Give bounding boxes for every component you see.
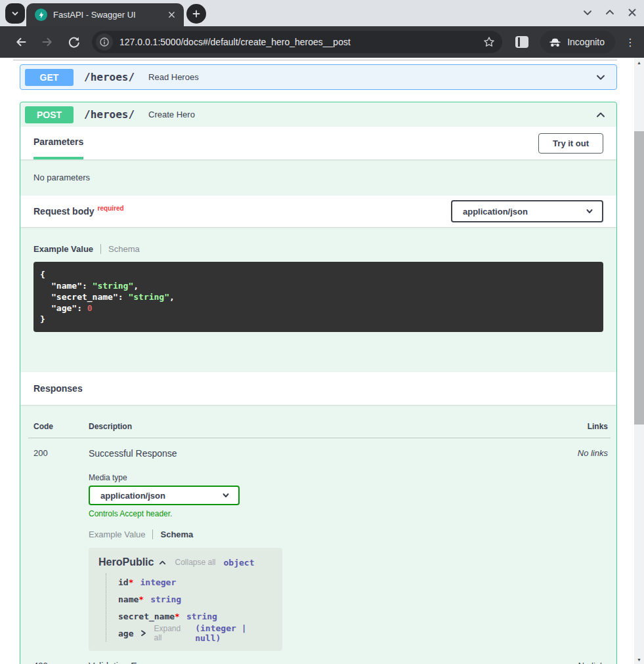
- example-json-block[interactable]: { "name": "string", "secret_name": "stri…: [33, 262, 603, 332]
- get-summary-text: Read Heroes: [148, 72, 594, 82]
- expand-chevron-right-icon[interactable]: [140, 629, 147, 637]
- tab-close-icon[interactable]: [165, 9, 177, 21]
- get-path: /heroes/: [84, 71, 135, 83]
- incognito-icon: [548, 35, 562, 49]
- responses-table-header: Code Description Links: [28, 422, 611, 438]
- expand-chevron-down-icon[interactable]: [594, 71, 607, 84]
- tab-separator: [100, 244, 101, 254]
- collapse-all-link[interactable]: Collapse all: [175, 558, 215, 567]
- tab-schema[interactable]: Schema: [108, 244, 140, 254]
- no-parameters-text: No parameters: [20, 159, 616, 196]
- get-method-badge: GET: [25, 69, 74, 86]
- try-it-out-button[interactable]: Try it out: [538, 133, 603, 154]
- request-body-label: Request body: [33, 206, 95, 217]
- collapse-chevron-up-icon[interactable]: [594, 108, 607, 121]
- col-code: Code: [28, 422, 83, 431]
- response-media-type-value: application/json: [100, 491, 165, 501]
- side-panel-icon[interactable]: [515, 36, 528, 48]
- select-chevron-icon: [221, 491, 230, 500]
- incognito-label: Incognito: [567, 37, 605, 47]
- url-text[interactable]: 127.0.0.1:5000/docs#/default/create_hero…: [119, 37, 483, 47]
- required-star: *: [139, 594, 144, 604]
- chevron-down-icon: [10, 9, 20, 19]
- property-type: string: [186, 612, 217, 621]
- window-controls: [581, 6, 639, 19]
- property-name: name*: [118, 594, 144, 604]
- forward-icon[interactable]: [39, 34, 55, 50]
- page-content: GET /heroes/ Read Heroes POST /heroes/ C…: [0, 58, 634, 664]
- tab-example-value[interactable]: Example Value: [89, 529, 145, 539]
- bookmark-star-icon[interactable]: [483, 35, 496, 49]
- property-row-age: age Expand all (integer | null): [118, 625, 272, 642]
- response-code: 422: [28, 661, 83, 664]
- address-bar[interactable]: 127.0.0.1:5000/docs#/default/create_hero…: [92, 31, 502, 53]
- required-star: *: [129, 577, 134, 587]
- browser-tab[interactable]: FastAPI - Swagger UI: [26, 3, 184, 26]
- tab-separator: [152, 529, 153, 539]
- back-icon[interactable]: [13, 34, 29, 50]
- tab-schema[interactable]: Schema: [160, 529, 193, 539]
- request-body-content: Example Value Schema { "name": "string",…: [20, 227, 616, 372]
- col-links: Links: [550, 422, 611, 431]
- scrollbar-up-icon[interactable]: ▲: [634, 58, 644, 67]
- site-info-icon[interactable]: [96, 33, 113, 51]
- col-description: Description: [83, 422, 550, 431]
- json-line: "age": 0: [40, 302, 597, 314]
- required-star: *: [175, 612, 180, 621]
- incognito-badge: Incognito: [540, 31, 615, 53]
- responses-title: Responses: [33, 383, 83, 394]
- post-path: /heroes/: [84, 108, 135, 121]
- response-description: Validation Error: [83, 661, 550, 664]
- responses-content: Code Description Links 200 Successful Re…: [20, 405, 616, 664]
- browser-toolbar: 127.0.0.1:5000/docs#/default/create_hero…: [0, 26, 644, 58]
- opblock-post-summary[interactable]: POST /heroes/ Create Hero: [20, 102, 616, 127]
- response-row-422: 422 Validation Error No links: [28, 651, 611, 664]
- property-name: secret_name*: [118, 612, 180, 621]
- model-properties: id* integer name* string secret_name* st…: [106, 573, 272, 642]
- request-media-type-select[interactable]: application/json: [451, 200, 603, 222]
- expand-all-link[interactable]: Expand all: [154, 624, 188, 642]
- schema-model-box: HeroPublic Collapse all object: [89, 548, 282, 651]
- parameters-header: Parameters Try it out: [20, 127, 616, 159]
- json-line: }: [40, 314, 597, 325]
- model-toggle[interactable]: HeroPublic: [98, 556, 167, 568]
- window-minimize-icon[interactable]: [581, 6, 594, 19]
- response-media-type-select[interactable]: application/json: [89, 486, 240, 505]
- json-line: "secret_name": "string",: [40, 291, 597, 302]
- tab-parameters[interactable]: Parameters: [33, 127, 83, 159]
- response-description: Successful Response: [89, 448, 550, 459]
- response-links: No links: [550, 661, 611, 664]
- model-collapse-chevron-up-icon: [158, 558, 167, 567]
- menu-kebab-icon[interactable]: ⋮: [624, 36, 636, 49]
- media-type-label: Media type: [89, 473, 550, 482]
- page-scrollbar[interactable]: ▲ ▼: [634, 58, 644, 664]
- property-name: id*: [118, 577, 133, 587]
- response-row-200: 200 Successful Response Media type appli…: [28, 438, 611, 651]
- property-type: (integer | null): [195, 623, 272, 643]
- opblock-get-heroes: GET /heroes/ Read Heroes: [20, 64, 617, 90]
- request-tabs: Example Value Schema: [33, 244, 603, 254]
- opblock-get-summary[interactable]: GET /heroes/ Read Heroes: [20, 65, 616, 89]
- new-tab-button[interactable]: [186, 4, 206, 24]
- accept-header-hint: Controls Accept header.: [89, 509, 550, 518]
- window-close-icon[interactable]: [626, 6, 639, 19]
- property-type: string: [150, 594, 181, 604]
- model-name: HeroPublic: [98, 556, 154, 568]
- json-line: {: [40, 269, 597, 280]
- responses-header: Responses: [20, 372, 616, 405]
- required-flag: required: [98, 205, 124, 212]
- tab-search-button[interactable]: [5, 3, 25, 24]
- response-code: 200: [28, 448, 83, 651]
- property-row: name* string: [118, 591, 272, 608]
- property-row: secret_name* string: [118, 608, 272, 625]
- property-name: age: [118, 629, 133, 638]
- tab-example-value[interactable]: Example Value: [33, 244, 93, 254]
- tag-section-divider: [13, 60, 617, 60]
- post-method-badge: POST: [25, 106, 74, 123]
- reload-icon[interactable]: [66, 34, 81, 50]
- scrollbar-down-icon[interactable]: ▼: [634, 655, 644, 664]
- scrollbar-thumb[interactable]: [634, 131, 644, 425]
- opblock-post-heroes: POST /heroes/ Create Hero Parameters Try…: [20, 102, 617, 664]
- request-body-title: Request bodyrequired: [33, 206, 124, 217]
- window-maximize-icon[interactable]: [603, 6, 616, 19]
